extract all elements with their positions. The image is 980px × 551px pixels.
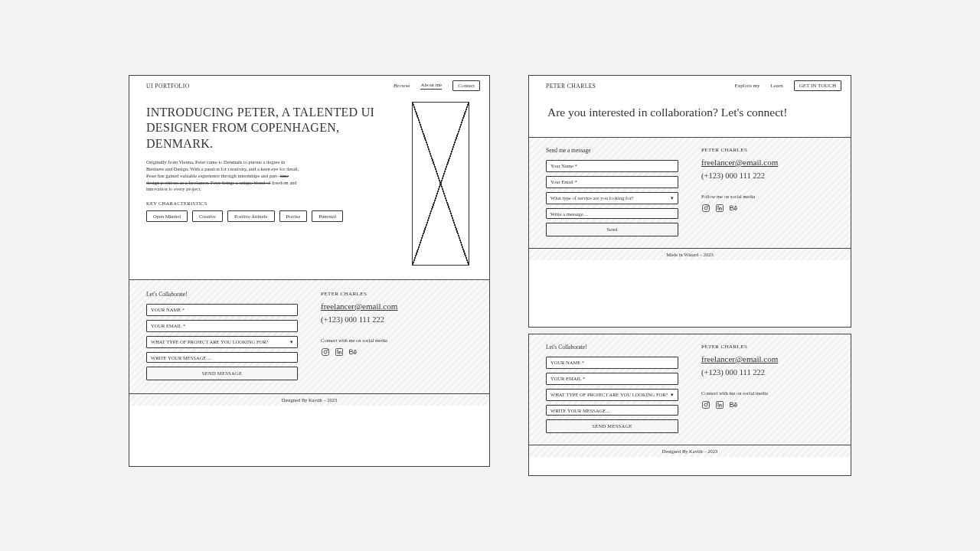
chip-creative[interactable]: Creative <box>192 210 223 222</box>
chip-punctual[interactable]: Punctual <box>312 210 343 222</box>
chevron-down-icon: ▾ <box>290 339 293 345</box>
characteristics-chips: Open Minded Creative Positive Attitude P… <box>146 210 398 222</box>
instagram-icon[interactable] <box>321 346 330 355</box>
wireframe-contact-page: PETER CHARLES Explore my Learn GET IN TO… <box>528 75 851 328</box>
nav-contact-button[interactable]: Contact <box>452 80 480 91</box>
send-message-button[interactable]: SEND MESSAGE <box>546 419 678 433</box>
hero-paragraph: Originally from Vienna, Peter came to De… <box>146 159 299 193</box>
site-logo[interactable]: PETER CHARLES <box>546 83 596 90</box>
svg-point-2 <box>327 350 328 350</box>
contact-phone: (+123) 000 111 222 <box>321 315 472 324</box>
svg-point-17 <box>704 403 707 406</box>
chip-precise[interactable]: Precise <box>279 210 308 222</box>
header: UI PORTFOLIO Browse About me Contact <box>129 76 489 94</box>
hero-paragraph-line1: Originally from Vienna, Peter came to De… <box>146 159 299 178</box>
social-icons <box>701 202 834 211</box>
nav-about[interactable]: About me <box>420 82 442 90</box>
contact-phone: (+123) 000 111 222 <box>701 171 834 180</box>
header: PETER CHARLES Explore my Learn GET IN TO… <box>529 76 851 94</box>
linkedin-icon[interactable] <box>715 202 724 211</box>
project-type-select-label: WHAT TYPE OF PROJECT ARE YOU LOOKING FOR… <box>151 339 268 345</box>
message-textarea[interactable]: Write a message… <box>546 208 678 219</box>
social-label: Connect with me on social media <box>701 390 834 396</box>
email-input[interactable]: YOUR EMAIL * <box>146 320 298 332</box>
email-input[interactable]: Your Email * <box>546 176 678 188</box>
name-input[interactable]: Your Name * <box>546 160 678 172</box>
contact-section: Send me a message Your Name * Your Email… <box>529 137 851 260</box>
svg-point-21 <box>718 403 719 403</box>
contact-brand: PETER CHARLES <box>701 147 834 153</box>
site-logo[interactable]: UI PORTFOLIO <box>146 83 190 90</box>
contact-heading: Let's Collaborate! <box>146 291 298 298</box>
service-type-select-label: What type of service are you looking for… <box>550 195 633 201</box>
footer: Designed By Kavith – 2023 <box>529 445 851 457</box>
svg-point-10 <box>707 206 708 207</box>
svg-point-9 <box>704 207 707 210</box>
linkedin-icon[interactable] <box>335 346 344 355</box>
project-type-select[interactable]: WHAT TYPE OF PROJECT ARE YOU LOOKING FOR… <box>146 336 298 348</box>
social-icons <box>701 399 834 408</box>
nav-browse[interactable]: Browse <box>394 83 410 89</box>
svg-point-1 <box>324 350 327 354</box>
social-label: Connect with me on social media <box>321 337 472 343</box>
wireframe-footer-only: Let's Collaborate! YOUR NAME * YOUR EMAI… <box>528 334 851 476</box>
social-label: Follow me on social media <box>701 194 834 199</box>
hero-image-placeholder <box>412 102 469 266</box>
chevron-down-icon: ▾ <box>671 195 674 201</box>
project-type-select[interactable]: WHAT TYPE OF PROJECT ARE YOU LOOKING FOR… <box>546 389 678 401</box>
contact-email-link[interactable]: freelancer@email.com <box>321 302 472 311</box>
contact-section: Let's Collaborate! YOUR NAME * YOUR EMAI… <box>529 334 851 457</box>
wireframe-about-page: UI PORTFOLIO Browse About me Contact INT… <box>129 75 490 467</box>
contact-email-link[interactable]: freelancer@email.com <box>701 158 834 167</box>
svg-point-18 <box>707 403 708 403</box>
contact-brand: PETER CHARLES <box>321 291 472 297</box>
contact-heading: Send me a message <box>546 147 678 154</box>
chevron-down-icon: ▾ <box>671 392 674 398</box>
behance-icon[interactable] <box>729 399 738 408</box>
message-textarea[interactable]: WRITE YOUR MESSAGE… <box>546 405 678 416</box>
footer: Designed By Kavith – 2023 <box>129 393 489 406</box>
footer: Made in Wizard – 2023 <box>529 248 851 260</box>
send-button[interactable]: Send <box>546 223 678 236</box>
contact-brand: PETER CHARLES <box>701 344 834 350</box>
instagram-icon[interactable] <box>701 202 710 211</box>
primary-nav: Explore my Learn GET IN TOUCH <box>735 80 841 91</box>
contact-phone: (+123) 000 111 222 <box>701 368 834 377</box>
chip-open-minded[interactable]: Open Minded <box>146 210 188 222</box>
email-input[interactable]: YOUR EMAIL * <box>546 373 678 385</box>
instagram-icon[interactable] <box>701 399 710 408</box>
project-type-select-label: WHAT TYPE OF PROJECT ARE YOU LOOKING FOR… <box>550 392 668 398</box>
contact-section: Let's Collaborate! YOUR NAME * YOUR EMAI… <box>129 279 489 406</box>
nav-explore[interactable]: Explore my <box>735 83 760 89</box>
key-characteristics-label: KEY CHARACTERISTICS <box>146 201 398 206</box>
svg-point-13 <box>718 206 719 207</box>
chip-positive[interactable]: Positive Attitude <box>227 210 275 222</box>
name-input[interactable]: YOUR NAME * <box>146 304 298 316</box>
service-type-select[interactable]: What type of service are you looking for… <box>546 192 678 204</box>
hero-section: Are you interested in collaboration? Let… <box>529 94 851 137</box>
social-icons <box>321 346 472 355</box>
hero-title: Are you interested in collaboration? Let… <box>547 105 828 120</box>
message-textarea[interactable]: WRITE YOUR MESSAGE… <box>146 352 298 363</box>
get-in-touch-button[interactable]: GET IN TOUCH <box>794 80 841 91</box>
behance-icon[interactable] <box>348 346 358 355</box>
behance-icon[interactable] <box>729 202 738 211</box>
name-input[interactable]: YOUR NAME * <box>546 357 678 369</box>
send-message-button[interactable]: SEND MESSAGE <box>146 367 298 380</box>
svg-point-5 <box>338 350 338 350</box>
linkedin-icon[interactable] <box>715 399 724 408</box>
primary-nav: Browse About me Contact <box>394 80 480 91</box>
hero-title: INTRODUCING PETER, A TALENTED UI DESIGNE… <box>146 105 398 152</box>
nav-learn[interactable]: Learn <box>770 83 782 89</box>
contact-heading: Let's Collaborate! <box>546 344 678 350</box>
contact-email-link[interactable]: freelancer@email.com <box>701 354 834 364</box>
hero-section: INTRODUCING PETER, A TALENTED UI DESIGNE… <box>129 94 489 279</box>
